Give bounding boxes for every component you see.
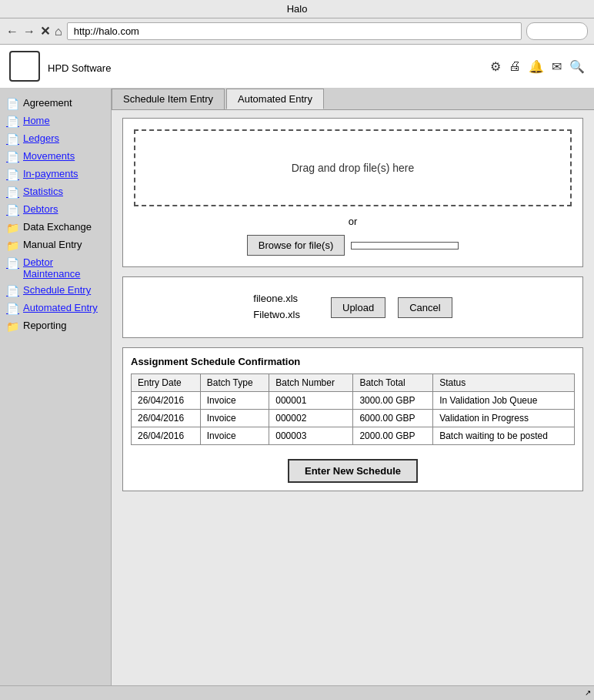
app-logo (9, 51, 40, 82)
cell-batchType: Invoice (200, 427, 269, 445)
gear-icon[interactable]: ⚙ (490, 59, 501, 74)
table-row: 26/04/2016Invoice0000032000.00 GBPBatch … (132, 427, 575, 445)
main-panel: Drag and drop file(s) here or Browse for… (112, 110, 594, 507)
upload-or: or (134, 216, 572, 227)
sidebar-item-automated-entry[interactable]: 📄 Automated Entry (0, 300, 111, 317)
col-batch-number: Batch Number (269, 374, 353, 392)
header-icons: ⚙ 🖨 🔔 ✉ 🔍 (490, 59, 585, 74)
page-icon: 📄 (6, 257, 19, 270)
folder-icon: 📄 (6, 98, 19, 110)
sidebar-item-data-exchange[interactable]: 📁 Data Exchange (0, 219, 111, 236)
col-status: Status (433, 374, 575, 392)
cancel-button[interactable]: Cancel (398, 297, 452, 318)
col-batch-total: Batch Total (353, 374, 433, 392)
app-header: HPD Software ⚙ 🖨 🔔 ✉ 🔍 (0, 45, 594, 89)
page-icon: 📄 (6, 285, 19, 297)
title-bar: Halo (0, 0, 594, 18)
file-item-1: fileone.xls (253, 291, 300, 307)
browse-button[interactable]: Browse for file(s) (247, 235, 345, 256)
sidebar-item-statistics[interactable]: 📄 Statistics (0, 183, 111, 201)
sidebar-item-movements[interactable]: 📄 Movements (0, 148, 111, 166)
cell-batchTotal: 2000.00 GBP (353, 427, 433, 445)
bottom-bar: ↗ (0, 685, 594, 699)
sidebar-item-schedule-entry[interactable]: 📄 Schedule Entry (0, 282, 111, 300)
table-row: 26/04/2016Invoice0000026000.00 GBPValida… (132, 410, 575, 427)
table-title: Assignment Schedule Confirmation (131, 356, 575, 367)
content-area: Schedule Item Entry Automated Entry Drag… (112, 89, 594, 685)
home-button[interactable]: ⌂ (55, 25, 62, 39)
new-schedule-button[interactable]: Enter New Schedule (288, 459, 418, 483)
forward-button[interactable]: → (23, 25, 35, 39)
cell-batchNumber: 000003 (269, 427, 353, 445)
sidebar-item-manual-entry[interactable]: 📁 Manual Entry (0, 236, 111, 254)
app-title-text: Halo (287, 3, 308, 15)
sidebar-item-ledgers[interactable]: 📄 Ledgers (0, 130, 111, 148)
col-entry-date: Entry Date (132, 374, 201, 392)
search-icon[interactable]: 🔍 (569, 59, 585, 74)
cell-batchType: Invoice (200, 392, 269, 410)
sidebar-item-debtor-maintenance[interactable]: 📄 Debtor Maintenance (0, 254, 111, 282)
cell-entryDate: 26/04/2016 (132, 392, 201, 410)
drop-zone-text: Drag and drop file(s) here (292, 162, 415, 174)
page-icon: 📄 (6, 133, 19, 146)
bell-icon[interactable]: 🔔 (529, 59, 544, 74)
page-icon: 📄 (6, 186, 19, 199)
cell-status: Validation in Progress (433, 410, 575, 427)
resize-handle[interactable]: ↗ (585, 688, 591, 697)
upload-section: Drag and drop file(s) here or Browse for… (122, 118, 583, 267)
sidebar-item-home[interactable]: 📄 Home (0, 112, 111, 130)
browser-search-input[interactable] (526, 22, 588, 40)
folder-icon: 📁 (6, 239, 19, 252)
folder-icon: 📁 (6, 222, 19, 234)
cell-status: Batch waiting to be posted (433, 427, 575, 445)
sidebar-item-in-payments[interactable]: 📄 In-payments (0, 166, 111, 183)
sidebar-item-debtors[interactable]: 📄 Debtors (0, 201, 111, 219)
cell-entryDate: 26/04/2016 (132, 427, 201, 445)
file-item-2: Filetwo.xls (253, 307, 300, 323)
sidebar-item-reporting[interactable]: 📁 Reporting (0, 317, 111, 335)
cell-batchNumber: 000001 (269, 392, 353, 410)
cell-status: In Validation Job Queue (433, 392, 575, 410)
page-icon: 📄 (6, 303, 19, 315)
browse-row: Browse for file(s) (134, 235, 572, 256)
cell-batchTotal: 6000.00 GBP (353, 410, 433, 427)
cell-entryDate: 26/04/2016 (132, 410, 201, 427)
cell-batchType: Invoice (200, 410, 269, 427)
browser-bar: ← → ✕ ⌂ (0, 18, 594, 45)
tab-schedule-item-entry[interactable]: Schedule Item Entry (112, 89, 225, 109)
file-list: fileone.xls Filetwo.xls (253, 291, 300, 323)
files-section: fileone.xls Filetwo.xls Upload Cancel (122, 276, 583, 338)
table-header-row: Entry Date Batch Type Batch Number Batch… (132, 374, 575, 392)
new-schedule-container: Enter New Schedule (131, 453, 575, 483)
page-icon: 📄 (6, 204, 19, 216)
tab-bar: Schedule Item Entry Automated Entry (112, 89, 594, 110)
folder-dark-icon: 📁 (6, 320, 19, 333)
drop-zone[interactable]: Drag and drop file(s) here (134, 129, 572, 206)
page-icon: 📄 (6, 116, 19, 128)
stop-button[interactable]: ✕ (40, 24, 50, 39)
upload-button[interactable]: Upload (331, 297, 385, 318)
print-icon[interactable]: 🖨 (509, 59, 521, 74)
sidebar-item-agreement[interactable]: 📄 Agreement (0, 95, 111, 112)
col-batch-type: Batch Type (200, 374, 269, 392)
tab-automated-entry[interactable]: Automated Entry (226, 89, 324, 109)
mail-icon[interactable]: ✉ (552, 59, 562, 74)
company-name: HPD Software (48, 62, 111, 74)
file-input-display (351, 242, 459, 250)
cell-batchTotal: 3000.00 GBP (353, 392, 433, 410)
page-icon: 📄 (6, 151, 19, 163)
confirmation-table: Entry Date Batch Type Batch Number Batch… (131, 373, 575, 445)
table-row: 26/04/2016Invoice0000013000.00 GBPIn Val… (132, 392, 575, 410)
page-icon: 📄 (6, 169, 19, 181)
table-section: Assignment Schedule Confirmation Entry D… (122, 347, 583, 491)
cell-batchNumber: 000002 (269, 410, 353, 427)
back-button[interactable]: ← (6, 25, 18, 39)
file-actions: Upload Cancel (331, 297, 452, 318)
main-layout: 📄 Agreement 📄 Home 📄 Ledgers 📄 Movements… (0, 89, 594, 685)
sidebar: 📄 Agreement 📄 Home 📄 Ledgers 📄 Movements… (0, 89, 112, 685)
url-bar[interactable] (67, 22, 522, 40)
